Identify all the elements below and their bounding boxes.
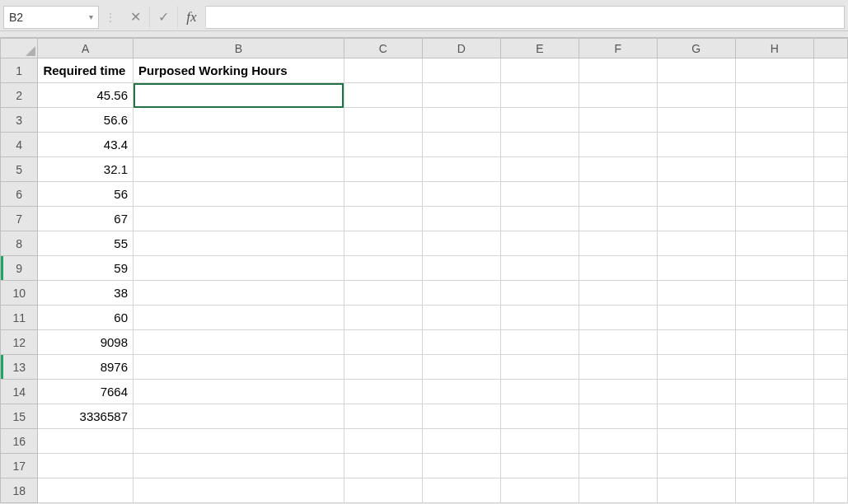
col-header-C[interactable]: C (344, 39, 422, 58)
cell-C12[interactable] (344, 330, 422, 355)
cell-E9[interactable] (500, 256, 579, 281)
cell-H10[interactable] (735, 281, 813, 306)
cell-G11[interactable] (657, 306, 735, 330)
cell-B7[interactable] (134, 207, 344, 231)
row-header-8[interactable]: 8 (1, 231, 38, 256)
cell-E4[interactable] (500, 133, 579, 157)
cell-G5[interactable] (657, 157, 735, 182)
cell-E13[interactable] (500, 355, 579, 380)
cell-D11[interactable] (422, 306, 500, 330)
cell-D4[interactable] (422, 133, 500, 157)
row-header-11[interactable]: 11 (1, 306, 38, 330)
cell-E8[interactable] (500, 231, 579, 256)
cell-B16[interactable] (134, 429, 344, 454)
cell-E7[interactable] (500, 207, 579, 231)
col-header-E[interactable]: E (500, 39, 579, 58)
cell-C2[interactable] (344, 83, 422, 108)
splitter-handle[interactable]: ⋮ (99, 6, 122, 29)
cell-I13[interactable] (813, 355, 847, 380)
cell-G7[interactable] (657, 207, 735, 231)
cell-I7[interactable] (813, 207, 847, 231)
cell-I11[interactable] (813, 306, 847, 330)
cell-H16[interactable] (735, 429, 813, 454)
cell-D14[interactable] (422, 380, 500, 404)
cell-H7[interactable] (735, 207, 813, 231)
cell-B18[interactable] (134, 478, 344, 503)
cell-G15[interactable] (657, 404, 735, 429)
cell-B9[interactable] (134, 256, 344, 281)
cell-E10[interactable] (500, 281, 579, 306)
cell-B4[interactable] (134, 133, 344, 157)
cell-E16[interactable] (500, 429, 579, 454)
cell-B15[interactable] (134, 404, 344, 429)
cell-C11[interactable] (344, 306, 422, 330)
cell-D1[interactable] (422, 58, 500, 83)
cell-H14[interactable] (735, 380, 813, 404)
cell-D3[interactable] (422, 108, 500, 133)
row-header-12[interactable]: 12 (1, 330, 38, 355)
cell-I3[interactable] (813, 108, 847, 133)
row-header-9[interactable]: 9 (1, 256, 38, 281)
cell-A3[interactable]: 56.6 (38, 108, 134, 133)
cell-D15[interactable] (422, 404, 500, 429)
cell-G14[interactable] (657, 380, 735, 404)
cell-D2[interactable] (422, 83, 500, 108)
cell-E12[interactable] (500, 330, 579, 355)
row-header-6[interactable]: 6 (1, 182, 38, 207)
name-box-dropdown-icon[interactable]: ▾ (87, 13, 95, 21)
cell-G18[interactable] (657, 478, 735, 503)
row-header-5[interactable]: 5 (1, 157, 38, 182)
cell-E2[interactable] (500, 83, 579, 108)
col-header-D[interactable]: D (422, 39, 500, 58)
cell-D5[interactable] (422, 157, 500, 182)
cell-C13[interactable] (344, 355, 422, 380)
cell-G6[interactable] (657, 182, 735, 207)
cell-F1[interactable] (579, 58, 657, 83)
enter-icon[interactable]: ✓ (150, 6, 178, 29)
cell-D8[interactable] (422, 231, 500, 256)
row-header-1[interactable]: 1 (1, 58, 38, 83)
cell-E6[interactable] (500, 182, 579, 207)
cell-A4[interactable]: 43.4 (38, 133, 134, 157)
cell-H3[interactable] (735, 108, 813, 133)
cell-A14[interactable]: 7664 (38, 380, 134, 404)
cell-A17[interactable] (38, 454, 134, 478)
cell-I16[interactable] (813, 429, 847, 454)
cell-E14[interactable] (500, 380, 579, 404)
cell-C8[interactable] (344, 231, 422, 256)
cell-C14[interactable] (344, 380, 422, 404)
row-header-17[interactable]: 17 (1, 454, 38, 478)
cell-E1[interactable] (500, 58, 579, 83)
cell-B17[interactable] (134, 454, 344, 478)
cell-E18[interactable] (500, 478, 579, 503)
cell-G10[interactable] (657, 281, 735, 306)
cell-C17[interactable] (344, 454, 422, 478)
cell-D12[interactable] (422, 330, 500, 355)
cell-D7[interactable] (422, 207, 500, 231)
cell-F18[interactable] (579, 478, 657, 503)
cell-F10[interactable] (579, 281, 657, 306)
cell-F8[interactable] (579, 231, 657, 256)
cell-H1[interactable] (735, 58, 813, 83)
cell-I14[interactable] (813, 380, 847, 404)
cell-C5[interactable] (344, 157, 422, 182)
cell-I6[interactable] (813, 182, 847, 207)
cell-E3[interactable] (500, 108, 579, 133)
cell-B1[interactable]: Purposed Working Hours (134, 58, 344, 83)
cell-B2[interactable] (134, 83, 344, 108)
cell-D6[interactable] (422, 182, 500, 207)
cell-A7[interactable]: 67 (38, 207, 134, 231)
row-header-16[interactable]: 16 (1, 429, 38, 454)
cell-C4[interactable] (344, 133, 422, 157)
cell-B11[interactable] (134, 306, 344, 330)
cell-I15[interactable] (813, 404, 847, 429)
cell-H13[interactable] (735, 355, 813, 380)
cell-F3[interactable] (579, 108, 657, 133)
cell-I2[interactable] (813, 83, 847, 108)
cell-C10[interactable] (344, 281, 422, 306)
cell-F5[interactable] (579, 157, 657, 182)
cell-H2[interactable] (735, 83, 813, 108)
fx-icon[interactable]: fx (178, 6, 206, 29)
cell-F16[interactable] (579, 429, 657, 454)
cell-A16[interactable] (38, 429, 134, 454)
